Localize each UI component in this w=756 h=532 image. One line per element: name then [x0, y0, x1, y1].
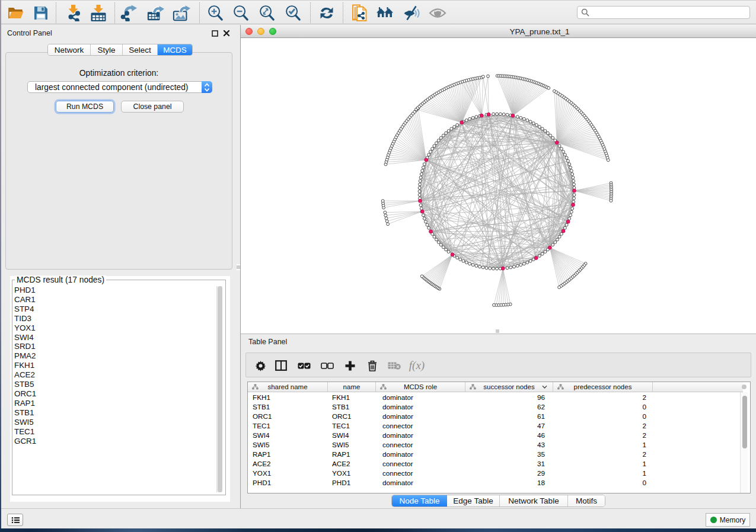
export-table-icon[interactable]: [146, 5, 164, 21]
clone-network-icon[interactable]: [351, 5, 369, 21]
tab-motifs[interactable]: Motifs: [568, 495, 605, 507]
float-panel-icon[interactable]: [212, 30, 218, 37]
zoom-out-icon[interactable]: [232, 5, 250, 21]
result-item[interactable]: RAP1: [14, 399, 36, 408]
delete-table-icon[interactable]: [386, 357, 403, 374]
column-header-successor-nodes[interactable]: successor nodes: [465, 382, 553, 392]
main-toolbar: [0, 0, 756, 24]
result-item[interactable]: ACE2: [14, 370, 36, 380]
network-window-titlebar[interactable]: YPA_prune.txt_1: [241, 25, 756, 38]
search-input[interactable]: [577, 6, 750, 19]
import-network-icon[interactable]: [65, 5, 82, 21]
table-row[interactable]: SWI5SWI5 connector431: [248, 440, 743, 449]
toolbar-separator: [310, 2, 311, 23]
close-panel-icon[interactable]: [223, 30, 230, 37]
control-panel-tabs: Network Style Select MCDS: [47, 44, 193, 56]
select-all-columns-icon[interactable]: [296, 357, 312, 374]
result-item[interactable]: CAR1: [14, 295, 36, 305]
vertical-splitter-grip[interactable]: [237, 264, 240, 270]
tab-style[interactable]: Style: [91, 44, 123, 55]
vertical-splitter[interactable]: [240, 25, 241, 508]
result-scrollbar-thumb[interactable]: [218, 286, 222, 492]
result-item[interactable]: FKH1: [14, 361, 36, 370]
result-item[interactable]: GCR1: [14, 437, 36, 446]
tab-node-table[interactable]: Node Table: [392, 495, 447, 507]
result-scrollbar[interactable]: [216, 286, 222, 492]
maximize-window-icon[interactable]: [269, 28, 276, 35]
result-item[interactable]: SWI5: [14, 418, 36, 427]
result-item[interactable]: STB1: [14, 408, 36, 418]
result-item[interactable]: TEC1: [14, 427, 36, 437]
export-network-icon[interactable]: [120, 5, 138, 21]
result-item[interactable]: SWI4: [14, 333, 36, 342]
desktop-edge: [0, 0, 1, 528]
add-column-icon[interactable]: [342, 357, 358, 374]
attribute-icon: [380, 384, 387, 390]
save-session-icon[interactable]: [32, 5, 50, 21]
tab-mcds[interactable]: MCDS: [158, 44, 192, 55]
open-file-icon[interactable]: [7, 5, 25, 21]
table-row[interactable]: FKH1FKH1 dominator962: [248, 392, 743, 402]
refresh-layout-icon[interactable]: [318, 5, 336, 21]
column-layout-icon[interactable]: [273, 357, 289, 374]
table-row[interactable]: YOX1YOX1 connector291: [248, 468, 743, 477]
column-header-predecessor-nodes[interactable]: predecessor nodes: [553, 382, 653, 392]
network-canvas[interactable]: [241, 39, 756, 334]
column-header-MCDS-role[interactable]: MCDS role: [376, 382, 465, 392]
unselect-all-columns-icon[interactable]: [319, 357, 336, 374]
tab-select[interactable]: Select: [123, 44, 158, 55]
toolbar-separator: [343, 2, 343, 23]
zoom-selected-icon[interactable]: [285, 5, 302, 21]
mcds-result-list[interactable]: PHD1CAR1STP4TID3YOX1SWI4SRD1PMA2FKH1ACE2…: [13, 286, 36, 446]
result-item[interactable]: TID3: [14, 314, 36, 323]
tab-network[interactable]: Network: [48, 44, 91, 55]
node-table: shared namename MCDS role successor node…: [247, 382, 751, 493]
memory-button[interactable]: Memory: [706, 513, 750, 527]
table-options-icon[interactable]: [252, 357, 269, 374]
network-overview-icon[interactable]: [376, 5, 394, 21]
table-scrollbar-thumb[interactable]: [742, 396, 747, 448]
table-row[interactable]: STB1STB1 dominator620: [248, 402, 743, 411]
minimize-window-icon[interactable]: [257, 28, 264, 35]
result-item[interactable]: ORC1: [14, 389, 36, 399]
zoom-fit-icon[interactable]: [259, 5, 276, 21]
optimization-criterion-select[interactable]: largest connected component (undirected): [27, 81, 212, 93]
hide-details-icon[interactable]: [403, 5, 421, 21]
table-header: shared namename MCDS role successor node…: [248, 382, 743, 392]
task-history-button[interactable]: [7, 514, 23, 526]
result-item[interactable]: STB5: [14, 380, 36, 389]
horizontal-splitter-grip[interactable]: [495, 329, 500, 333]
table-row[interactable]: PHD1PHD1 dominator180: [248, 477, 743, 487]
column-header-name[interactable]: name: [328, 382, 376, 392]
attribute-icon: [557, 384, 564, 390]
result-item[interactable]: STP4: [14, 305, 36, 314]
delete-columns-icon[interactable]: [364, 357, 381, 374]
close-window-icon[interactable]: [245, 28, 253, 35]
table-row[interactable]: RAP1RAP1 dominator352: [248, 449, 743, 459]
table-row[interactable]: TEC1TEC1 connector472: [248, 421, 743, 430]
table-panel-title: Table Panel: [248, 338, 287, 346]
mcds-result-title: MCDS result (17 nodes): [15, 275, 106, 284]
tab-network-table[interactable]: Network Table: [500, 495, 568, 507]
result-item[interactable]: PHD1: [14, 286, 36, 295]
column-header-shared-name[interactable]: shared name: [248, 382, 328, 392]
function-builder-icon[interactable]: f(x): [406, 357, 428, 374]
table-row[interactable]: ORC1ORC1 dominator610: [248, 411, 743, 421]
show-details-icon[interactable]: [429, 5, 446, 21]
result-item[interactable]: PMA2: [14, 351, 36, 361]
export-image-icon[interactable]: [173, 5, 190, 21]
table-row[interactable]: SWI4SWI4 dominator462: [248, 430, 743, 440]
attribute-icon: [470, 384, 476, 390]
network-graph: [241, 39, 756, 334]
run-mcds-button[interactable]: Run MCDS: [56, 101, 114, 113]
close-panel-button[interactable]: Close panel: [121, 101, 184, 113]
table-corner-button[interactable]: [742, 384, 747, 389]
import-table-icon[interactable]: [90, 5, 107, 21]
zoom-in-icon[interactable]: [207, 5, 225, 21]
result-item[interactable]: YOX1: [14, 323, 36, 333]
table-row[interactable]: ACE2ACE2 connector311: [248, 459, 743, 468]
search-icon: [581, 8, 589, 17]
result-item[interactable]: SRD1: [14, 342, 36, 351]
tab-edge-table[interactable]: Edge Table: [447, 495, 500, 507]
table-scrollbar[interactable]: [740, 392, 748, 493]
